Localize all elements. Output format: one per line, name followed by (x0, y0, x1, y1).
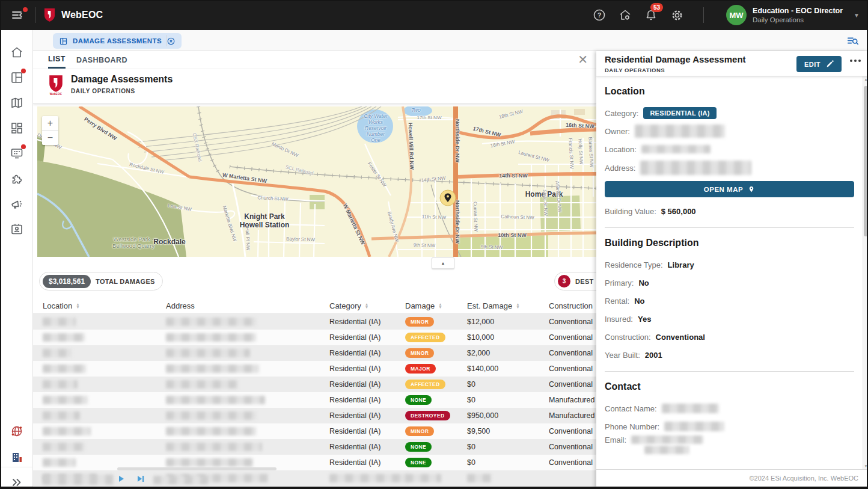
total-damages-value: $3,018,561 (43, 275, 91, 288)
sidebar-item-plugins[interactable] (10, 171, 24, 186)
user-role: Education - EOC Director (753, 7, 843, 16)
zoom-in-button[interactable]: + (42, 116, 58, 131)
sidebar-item-alerts[interactable] (10, 197, 24, 211)
double-chevron-right-icon (10, 475, 24, 489)
redacted-multiline (631, 435, 703, 454)
sort-icon[interactable]: ▲▼ (365, 303, 368, 309)
table-row[interactable]: Residential (IA)MINOR$2,000Conventional (33, 345, 596, 361)
user-incident: Daily Operations (753, 16, 843, 24)
est-damage-cell: $10,000 (467, 333, 549, 342)
damage-cell: NONE (405, 442, 467, 452)
sidebar-item-messages[interactable] (10, 146, 24, 161)
divider (35, 7, 35, 23)
last-page-button[interactable] (136, 475, 145, 483)
construction-cell: Conventional (549, 427, 596, 435)
damage-badge: AFFECTED (405, 380, 445, 389)
tab-dashboard[interactable]: DASHBOARD (76, 51, 127, 69)
table-row[interactable]: Residential (IA)AFFECTED$10,000Conventio… (33, 330, 596, 345)
chevron-down-icon: ▼ (854, 12, 860, 19)
close-tab-icon[interactable] (167, 37, 176, 46)
map-view[interactable]: RockdaleHome ParkKnight Park Howell Stat… (37, 106, 596, 257)
horizontal-scrollbar[interactable] (117, 467, 277, 470)
vertical-scrollbar[interactable]: ▲ ▼ (863, 76, 868, 469)
sidebar-item-web-viewer[interactable] (10, 424, 24, 438)
damage-badge: AFFECTED (405, 333, 445, 342)
table-row[interactable]: Residential (IA)MAJOR$140,000Conventiona… (33, 361, 596, 377)
panel-title: Residential Damage Assessment (605, 54, 746, 64)
column-label: Construction (549, 301, 593, 310)
sidebar-item-organization[interactable] (10, 450, 24, 464)
notifications-button[interactable]: 53 (643, 7, 659, 23)
sidebar-item-apps[interactable] (10, 121, 24, 135)
table-row[interactable]: Residential (IA)MINOR$12,000Conventional (33, 314, 596, 330)
construction-cell: Conventional (549, 380, 596, 389)
table-row[interactable]: Residential (IA)NONE$0Manufactured (33, 392, 596, 408)
address-cell (166, 443, 329, 452)
view-tabs: LIST DASHBOARD ✕ (33, 51, 596, 69)
field-value: No (638, 278, 649, 288)
column-header-category[interactable]: Category▲▼ (329, 301, 405, 310)
help-button[interactable]: ? (591, 7, 607, 23)
construction-cell: Conventional (549, 458, 596, 467)
user-menu[interactable]: MW Education - EOC Director Daily Operat… (726, 5, 860, 25)
damage-cell: MINOR (405, 426, 467, 436)
top-bar: WebEOC ? (0, 0, 868, 30)
field-row: Contact Name: (605, 399, 854, 417)
page-numbers-redacted (43, 475, 114, 485)
more-menu-icon[interactable] (850, 60, 861, 62)
field-label: Contact Name: (605, 404, 657, 413)
sidebar-item-home[interactable] (10, 45, 24, 60)
sort-icon[interactable]: ▲▼ (438, 303, 442, 309)
sidebar-item-contacts[interactable] (10, 222, 24, 236)
open-map-button[interactable]: OPEN MAP (605, 181, 854, 197)
field-row: Category:RESIDENTIAL (IA) (605, 104, 854, 122)
workspace-tab-damage-assessments[interactable]: DAMAGE ASSESSMENTS (53, 33, 182, 49)
field-label: Address: (605, 164, 635, 173)
redacted-text (166, 458, 253, 467)
table-row[interactable]: Residential (IA)NONE$0Conventional (33, 439, 596, 455)
edit-button[interactable]: EDIT (796, 56, 842, 72)
field-label: Category: (605, 109, 638, 118)
divider (167, 35, 167, 46)
close-board-icon[interactable]: ✕ (578, 54, 588, 66)
address-cell (166, 427, 329, 436)
address-cell (166, 318, 329, 327)
sort-icon[interactable]: ▲▼ (516, 303, 519, 309)
sidebar-item-boards[interactable] (10, 70, 24, 85)
tab-list[interactable]: LIST (48, 51, 66, 69)
home-settings-button[interactable] (617, 7, 633, 23)
redacted-text (166, 411, 256, 420)
scroll-down-icon[interactable]: ▼ (863, 464, 868, 468)
scroll-up-icon[interactable]: ▲ (863, 78, 868, 81)
field-row: Email: (605, 435, 854, 462)
next-page-button[interactable] (117, 475, 126, 483)
main-menu-button[interactable] (8, 6, 26, 24)
address-cell (166, 380, 329, 389)
column-header-construction[interactable]: Construction▲▼ (549, 301, 596, 310)
category-cell: Residential (IA) (329, 380, 405, 389)
category-cell: Residential (IA) (329, 318, 405, 326)
column-header-est-damage[interactable]: Est. Damage▲▼ (467, 301, 549, 310)
collapse-map-button[interactable]: ▲ (432, 257, 454, 269)
column-header-damage[interactable]: Damage▲▼ (405, 301, 467, 310)
redacted-text (166, 349, 250, 357)
sidebar-item-maps[interactable] (10, 96, 24, 110)
zoom-out-button[interactable]: − (42, 131, 58, 145)
scrollbar-thumb[interactable] (864, 86, 868, 236)
settings-button[interactable] (669, 7, 685, 23)
field-row: Building Value:$ 560,000 (605, 202, 854, 220)
damage-cell: MAJOR (405, 364, 467, 374)
home-icon (10, 45, 24, 60)
table-row[interactable]: Residential (IA)MINOR$9,500Conventional (33, 423, 596, 439)
column-header-location[interactable]: Location▲▼ (43, 301, 166, 310)
board-search-button[interactable] (846, 34, 860, 48)
map-marker-pin[interactable] (439, 189, 456, 206)
table-row[interactable]: Residential (IA)AFFECTED$0Conventional (33, 377, 596, 392)
damage-cell: AFFECTED (405, 380, 467, 389)
address-cell (166, 333, 329, 342)
workspace-tab-label: DAMAGE ASSESSMENTS (73, 37, 162, 45)
table-row[interactable]: Residential (IA)DESTROYED$950,000Manufac… (33, 408, 596, 423)
sort-icon[interactable]: ▲▼ (76, 303, 79, 309)
summary-row: $3,018,561 TOTAL DAMAGES 3 DEST (33, 271, 596, 295)
sidebar-expand-button[interactable] (10, 475, 24, 489)
